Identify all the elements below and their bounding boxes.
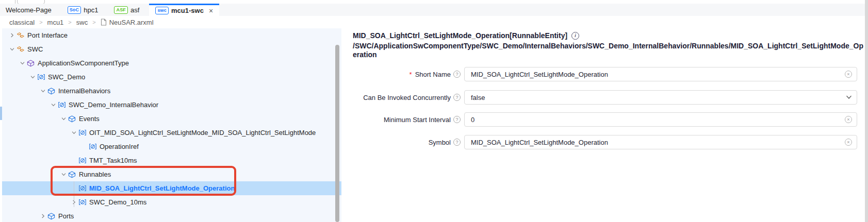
tree-item[interactable]: SWC_Demo_10ms: [0, 195, 341, 209]
field-label-text: Can Be Invoked Concurrently: [363, 94, 451, 101]
element-icon: [37, 74, 48, 80]
tree-indent-guide: [74, 181, 74, 207]
tab-label: Welcome-Page: [6, 6, 52, 14]
tab-welcome-page[interactable]: Welcome-Page: [0, 4, 58, 16]
input-field[interactable]: MID_SOA_LightCtrl_SetLightMode_Operation…: [464, 67, 857, 81]
input-field[interactable]: 0×: [464, 112, 857, 127]
form-row: Symbol?MID_SOA_LightCtrl_SetLightMode_Op…: [341, 135, 865, 149]
package-icon: [68, 171, 79, 178]
chevron-down-icon[interactable]: [39, 88, 47, 95]
clear-icon[interactable]: ×: [845, 116, 852, 123]
tree-item-label: SWC_Demo_10ms: [89, 198, 146, 206]
package-icon: [47, 88, 58, 95]
field-label: Can Be Invoked Concurrently?: [341, 90, 461, 105]
caret-placeholder: [80, 143, 89, 150]
tab-hpc1[interactable]: SoChpc1: [61, 4, 105, 16]
tree-item-label: SWC_Demo: [48, 73, 85, 81]
field-label-text: Short Name: [415, 71, 451, 78]
tree-item[interactable]: TMT_Task10ms: [0, 153, 341, 167]
element-icon: [58, 101, 69, 108]
help-icon[interactable]: ?: [453, 71, 461, 78]
tab-badge: swc: [155, 7, 169, 14]
tab-label: hpc1: [84, 6, 98, 14]
tree-item[interactable]: SWC_Demo_InternalBehavior: [0, 98, 341, 112]
chevron-down-icon[interactable]: [18, 60, 27, 67]
package-icon: [47, 213, 58, 220]
tree-item[interactable]: SWC_Demo: [0, 70, 341, 84]
detail-path: /SWC/ApplicationSwComponentType/SWC_Demo…: [353, 42, 864, 59]
tree-item-label: Ports: [58, 212, 74, 220]
element-icon: [78, 185, 89, 192]
form-row: Minimum Start Interval?0×: [341, 112, 865, 127]
field-value: MID_SOA_LightCtrl_SetLightMode_Operation: [471, 71, 608, 78]
chevron-right-icon[interactable]: [39, 213, 47, 220]
chevron-down-icon[interactable]: [59, 115, 68, 123]
tree-item[interactable]: OIT_MID_SOA_LightCtrl_SetLightMode_MID_S…: [0, 126, 341, 140]
tab-badge: SoC: [68, 6, 81, 14]
help-icon[interactable]: ?: [453, 139, 461, 146]
detail-panel: MID_SOA_LightCtrl_SetLightMode_Operation…: [341, 28, 865, 222]
tree-item[interactable]: Runnables: [0, 167, 341, 181]
info-icon[interactable]: i: [571, 32, 579, 40]
field-label: Minimum Start Interval?: [341, 112, 461, 127]
clear-icon[interactable]: ×: [845, 139, 852, 146]
clear-icon[interactable]: ×: [845, 71, 852, 78]
tree-item-label: OIT_MID_SOA_LightCtrl_SetLightMode_MID_S…: [89, 129, 316, 136]
chevron-down-icon[interactable]: [8, 46, 17, 53]
field-value: MID_SOA_LightCtrl_SetLightMode_Operation: [471, 139, 608, 146]
breadcrumb-file-name: NeuSAR.arxml: [109, 19, 154, 26]
tree-item[interactable]: Events: [0, 112, 341, 126]
form-row: *Short Name?MID_SOA_LightCtrl_SetLightMo…: [341, 67, 865, 81]
tree-item[interactable]: MID_SOA_LightCtrl_SetLightMode_Operation: [0, 181, 341, 195]
tree-item[interactable]: InternalBehaviors: [0, 84, 341, 98]
chevron-down-icon[interactable]: [846, 95, 852, 99]
clear-icon[interactable]: ×: [845, 116, 852, 123]
tree-item[interactable]: ApplicationSwComponentType: [0, 56, 341, 70]
tree-item[interactable]: Port Interface: [0, 28, 341, 42]
package-icon: [68, 115, 79, 123]
tree-mini-scrollbar-thumb[interactable]: [0, 107, 2, 120]
tree-item-label: SWC_Demo_InternalBehavior: [69, 101, 158, 109]
tree-item[interactable]: Ports: [0, 209, 341, 222]
element-icon: [78, 199, 89, 206]
chevron-down-icon[interactable]: [70, 129, 78, 136]
field-value: false: [471, 94, 485, 101]
tree-item[interactable]: OperationIref: [0, 140, 341, 153]
interface-icon: [17, 45, 27, 53]
tree-scrollbar-thumb[interactable]: [335, 45, 339, 222]
element-icon: [78, 157, 89, 164]
tab-asf[interactable]: ASFasf: [108, 4, 145, 16]
help-icon[interactable]: ?: [453, 116, 461, 123]
close-icon[interactable]: ×: [209, 7, 213, 14]
clear-icon[interactable]: ×: [845, 139, 852, 146]
chevron-down-icon[interactable]: [28, 74, 37, 81]
breadcrumb-separator: >: [39, 19, 42, 25]
file-icon: [101, 19, 107, 26]
tree-item-label: Events: [79, 115, 100, 123]
clear-icon[interactable]: ×: [845, 71, 852, 78]
select-field[interactable]: false: [464, 90, 857, 105]
breadcrumb-item-mcu1[interactable]: mcu1: [47, 19, 64, 26]
tab-mcu1-swc[interactable]: swcmcu1-swc×: [149, 4, 219, 16]
toolbar-fragment-line: [15, 0, 15, 4]
page-scrollbar[interactable]: [865, 0, 868, 222]
breadcrumb-item-classical[interactable]: classical: [9, 19, 35, 26]
required-asterisk: *: [410, 71, 412, 78]
tree-item-label: TMT_Task10ms: [89, 157, 137, 164]
explorer-tree: Port InterfaceSWCApplicationSwComponentT…: [0, 28, 341, 222]
input-field[interactable]: MID_SOA_LightCtrl_SetLightMode_Operation…: [464, 135, 857, 149]
chevron-right-icon[interactable]: [8, 32, 17, 39]
breadcrumb-file[interactable]: NeuSAR.arxml: [101, 19, 154, 26]
breadcrumb-item-swc[interactable]: swc: [76, 19, 88, 26]
tab-label: asf: [130, 6, 139, 14]
breadcrumb-separator: >: [68, 19, 71, 25]
form-row: Can Be Invoked Concurrently?false: [341, 90, 865, 105]
tree-item[interactable]: SWC: [0, 42, 341, 56]
caret-placeholder: [70, 157, 78, 164]
field-label: Symbol?: [341, 135, 461, 149]
tree-item-label: SWC: [27, 45, 43, 53]
chevron-down-icon[interactable]: [49, 101, 58, 109]
field-label: *Short Name?: [341, 67, 461, 81]
help-icon[interactable]: ?: [453, 94, 461, 101]
chevron-down-icon[interactable]: [59, 171, 68, 178]
